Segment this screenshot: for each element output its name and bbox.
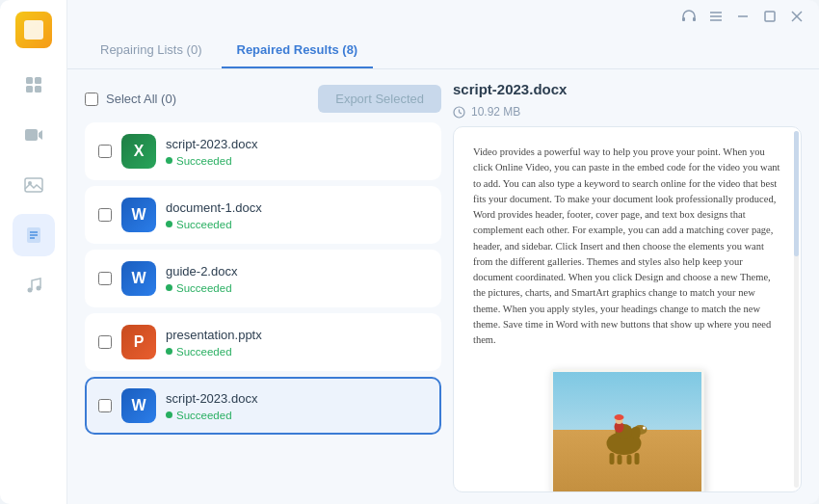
- minimize-icon[interactable]: [734, 8, 752, 25]
- preview-filename: script-2023.docx: [453, 81, 802, 97]
- file-status: Succeeded: [166, 346, 428, 358]
- file-info: presentation.pptx Succeeded: [166, 328, 428, 358]
- file-type-icon: X: [121, 134, 156, 169]
- status-dot: [166, 348, 172, 355]
- file-item[interactable]: X script-2023.docx Succeeded: [85, 122, 441, 180]
- select-all-checkbox[interactable]: [85, 93, 98, 106]
- svg-rect-29: [610, 453, 615, 464]
- sidebar-item-document[interactable]: [13, 214, 55, 256]
- svg-point-33: [643, 427, 646, 430]
- status-dot: [166, 221, 172, 227]
- svg-rect-14: [693, 17, 696, 21]
- preview-scrollbar[interactable]: [794, 131, 799, 488]
- export-selected-button[interactable]: Export Selected: [318, 85, 441, 113]
- file-checkbox[interactable]: [98, 272, 112, 285]
- svg-rect-4: [25, 129, 38, 141]
- file-info: script-2023.docx Succeeded: [166, 137, 428, 167]
- svg-point-36: [615, 414, 624, 420]
- tab-repaired-results[interactable]: Repaired Results (8): [222, 33, 374, 68]
- sidebar-item-music[interactable]: [13, 264, 55, 306]
- svg-rect-32: [635, 453, 640, 464]
- right-panel: script-2023.docx 10.92 MB Video provides…: [453, 81, 802, 492]
- svg-rect-0: [26, 77, 33, 84]
- file-info: document-1.docx Succeeded: [166, 200, 428, 230]
- preview-image-container: [473, 361, 781, 491]
- status-dot: [166, 411, 172, 418]
- status-dot: [166, 284, 172, 291]
- file-status: Succeeded: [166, 155, 428, 167]
- select-all-label: Select All (0): [106, 92, 176, 106]
- sidebar-item-video[interactable]: [13, 114, 55, 156]
- preview-image: [550, 369, 704, 491]
- file-checkbox[interactable]: [98, 335, 112, 349]
- content-area: Select All (0) Export Selected X script-…: [67, 69, 819, 504]
- tab-repairing-lists[interactable]: Repairing Lists (0): [85, 33, 218, 68]
- svg-rect-31: [627, 455, 632, 464]
- file-checkbox[interactable]: [98, 399, 112, 412]
- file-status: Succeeded: [166, 282, 428, 294]
- camel-illustration: [591, 412, 658, 465]
- preview-text: Video provides a powerful way to help yo…: [473, 145, 781, 348]
- left-panel: Select All (0) Export Selected X script-…: [85, 81, 441, 492]
- file-item[interactable]: W script-2023.docx Succeeded: [85, 377, 441, 435]
- svg-rect-1: [35, 77, 41, 84]
- select-all-row: Select All (0) Export Selected: [85, 81, 441, 117]
- svg-point-11: [27, 288, 32, 293]
- sidebar-item-image[interactable]: [13, 164, 55, 206]
- svg-rect-28: [632, 427, 641, 438]
- maximize-icon[interactable]: [761, 8, 779, 25]
- svg-line-24: [460, 112, 462, 114]
- app-logo: [15, 12, 52, 48]
- file-name: script-2023.docx: [166, 391, 428, 406]
- file-item[interactable]: W document-1.docx Succeeded: [85, 186, 441, 244]
- file-name: guide-2.docx: [166, 264, 428, 279]
- file-list: X script-2023.docx Succeeded W document: [85, 122, 441, 492]
- file-name: presentation.pptx: [166, 328, 428, 342]
- headphones-icon[interactable]: [680, 8, 698, 25]
- file-checkbox[interactable]: [98, 208, 112, 222]
- svg-rect-13: [682, 17, 685, 21]
- svg-rect-19: [765, 12, 775, 21]
- file-type-icon: W: [121, 198, 156, 232]
- file-item[interactable]: P presentation.pptx Succeeded: [85, 313, 441, 371]
- preview-doc-content: Video provides a powerful way to help yo…: [454, 127, 801, 491]
- scrollbar-thumb: [794, 131, 799, 256]
- preview-box: Video provides a powerful way to help yo…: [453, 126, 802, 492]
- file-info: script-2023.docx Succeeded: [166, 391, 428, 421]
- preview-meta: 10.92 MB: [453, 105, 802, 119]
- svg-rect-2: [26, 86, 33, 93]
- svg-rect-30: [618, 455, 622, 464]
- menu-icon[interactable]: [707, 8, 725, 25]
- file-info: guide-2.docx Succeeded: [166, 264, 428, 294]
- svg-point-12: [36, 286, 40, 291]
- file-name: script-2023.docx: [166, 137, 428, 151]
- close-icon[interactable]: [788, 8, 806, 25]
- file-status: Succeeded: [166, 219, 428, 230]
- file-item[interactable]: W guide-2.docx Succeeded: [85, 250, 441, 307]
- file-type-icon: W: [121, 388, 156, 423]
- sidebar-item-home[interactable]: [13, 64, 55, 106]
- sidebar: [0, 0, 67, 504]
- file-type-icon: W: [121, 261, 156, 296]
- status-dot: [166, 157, 172, 164]
- file-status: Succeeded: [166, 410, 428, 421]
- main-content: Repairing Lists (0) Repaired Results (8)…: [67, 0, 819, 504]
- svg-rect-3: [35, 86, 41, 93]
- file-type-icon: P: [121, 325, 156, 359]
- preview-scroll-area[interactable]: Video provides a powerful way to help yo…: [454, 127, 801, 491]
- titlebar: [67, 0, 819, 33]
- file-name: document-1.docx: [166, 200, 428, 215]
- tab-bar: Repairing Lists (0) Repaired Results (8): [67, 33, 819, 69]
- clock-icon: [453, 106, 465, 119]
- svg-rect-5: [25, 178, 42, 192]
- file-checkbox[interactable]: [98, 145, 112, 158]
- preview-filesize: 10.92 MB: [471, 105, 520, 119]
